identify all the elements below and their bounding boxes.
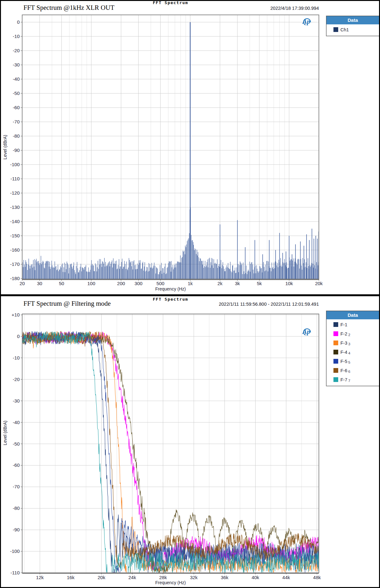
x-axis-title: Frequency (Hz) [22,286,319,291]
x-axis-tick-label: 1k [180,280,200,287]
series-label: F-2 [340,331,347,336]
y-axis-tick-label: -40 [0,419,20,426]
x-axis-tick-label: 16k [60,574,81,581]
y-axis-tick-label: -90 [0,527,20,533]
y-axis-tick-label: -60 [0,104,20,111]
fft-panel-filtering: FFT Spectrum FFT Spectrum @ Filtering mo… [0,296,380,588]
legend-row[interactable]: F-22 [326,329,379,339]
legend-row[interactable]: F-55 [326,357,379,366]
x-axis-tick-label: 50 [51,280,72,287]
legend-header: Data [326,311,379,319]
spectrum-plot [0,0,380,294]
y-axis-tick-label: -150 [0,233,20,239]
y-axis-tick-label: -10 [0,355,20,361]
x-axis-tick-label: 100 [81,280,101,287]
legend-row[interactable]: F-1 [326,320,379,329]
legend-row[interactable]: F-66 [326,366,379,375]
y-axis-tick-label: -170 [0,261,20,267]
series-label: F-3 [340,341,347,346]
y-axis-tick-label: -50 [0,90,20,97]
y-axis-tick-label: -80 [0,133,20,139]
y-axis-tick-label: 0 [0,19,20,25]
y-axis-tick-label: -160 [0,247,20,253]
y-axis-tick-label: -40 [0,76,20,82]
legend-row[interactable]: F-44 [326,348,379,357]
y-axis-tick-label: -30 [0,398,20,404]
x-axis-tick-label: 500 [150,280,171,287]
x-axis-tick-label: 24k [122,574,142,581]
series-channel-number: 5 [348,360,350,364]
x-axis-tick-label: 48k [307,574,327,581]
series-channel-number: 6 [348,370,350,373]
legend: Data Ch1 [326,16,379,36]
x-axis-tick-label: 12k [30,574,50,581]
legend-rows: Ch1 [326,24,379,36]
panel-divider [0,294,380,296]
x-axis-tick-label: 20k [309,280,329,287]
ap-logo-icon: Ap [300,327,314,337]
y-axis-tick-label: -100 [0,161,20,168]
y-axis-tick-label: -50 [0,441,20,447]
y-axis-tick-label: -60 [0,462,20,468]
series-color-swatch [333,368,338,373]
y-axis-tick-label: -80 [0,505,20,511]
x-axis-tick-label: 3k [227,280,248,287]
spectrum-plot [0,296,380,588]
y-axis-tick-label: -20 [0,47,20,54]
series-channel-number: 4 [348,351,350,355]
fft-panel-1khz: FFT Spectrum FFT Spectrum @1kHz XLR OUT … [0,0,380,294]
x-axis-tick-label: 32k [184,574,204,581]
series-label: F-6 [340,368,347,373]
series-label: F-1 [340,322,347,327]
x-axis-tick-label: 44k [276,574,296,581]
series-channel-number: 7 [348,379,350,383]
legend-row[interactable]: Ch1 [326,25,379,34]
series-label: F-5 [340,359,347,364]
series-color-swatch [333,350,338,354]
y-axis-tick-label: -110 [0,176,20,182]
y-axis-tick-label: -110 [0,570,20,576]
legend-rows: F-1F-22F-33F-44F-55F-66F-77 [326,319,379,386]
series-label: F-7 [340,377,347,382]
series-color-swatch [333,331,338,336]
y-axis-tick-label: -70 [0,119,20,125]
ap-logo-icon: Ap [300,16,314,27]
x-axis-tick-label: 300 [128,280,149,287]
x-axis-tick-label: 5k [249,280,269,287]
y-axis-tick-label: +10 [0,312,20,318]
legend: Data F-1F-22F-33F-44F-55F-66F-77 [326,311,379,386]
legend-row[interactable]: F-33 [326,339,379,348]
series-label: F-4 [340,350,347,355]
x-axis-tick-label: 10k [279,280,299,287]
svg-text:Ap: Ap [302,328,310,335]
y-axis-tick-label: -10 [0,33,20,40]
y-axis-tick-label: -120 [0,190,20,196]
svg-text:Ap: Ap [302,18,310,25]
y-axis-tick-label: -90 [0,147,20,153]
y-axis-tick-label: 0 [0,333,20,340]
x-axis-tick-label: 20k [91,574,111,581]
series-color-swatch [333,341,338,345]
y-axis-tick-label: -20 [0,376,20,383]
y-axis-tick-label: -100 [0,548,20,554]
series-channel-number: 3 [348,342,350,346]
series-color-swatch [333,27,338,32]
x-axis-tick-label: 30 [29,280,50,287]
series-label: Ch1 [340,27,349,32]
x-axis-tick-label: 28k [153,574,173,581]
series-color-swatch [333,322,338,327]
legend-row[interactable]: F-77 [326,375,379,385]
x-axis-title: Frequency (Hz) [22,580,319,585]
y-axis-tick-label: -130 [0,204,20,210]
y-axis-tick-label: -30 [0,62,20,68]
x-axis-tick-label: 36k [214,574,235,581]
series-channel-number: 2 [348,333,350,337]
legend-header: Data [326,16,379,24]
series-color-swatch [333,377,338,382]
y-axis-tick-label: -70 [0,484,20,490]
x-axis-tick-label: 40k [245,574,265,581]
y-axis-tick-label: -140 [0,218,20,225]
ap-analyzer-screenshot: FFT Spectrum FFT Spectrum @1kHz XLR OUT … [0,0,380,588]
series-color-swatch [333,359,338,364]
y-axis-title: Level (dBrA) [3,401,8,465]
